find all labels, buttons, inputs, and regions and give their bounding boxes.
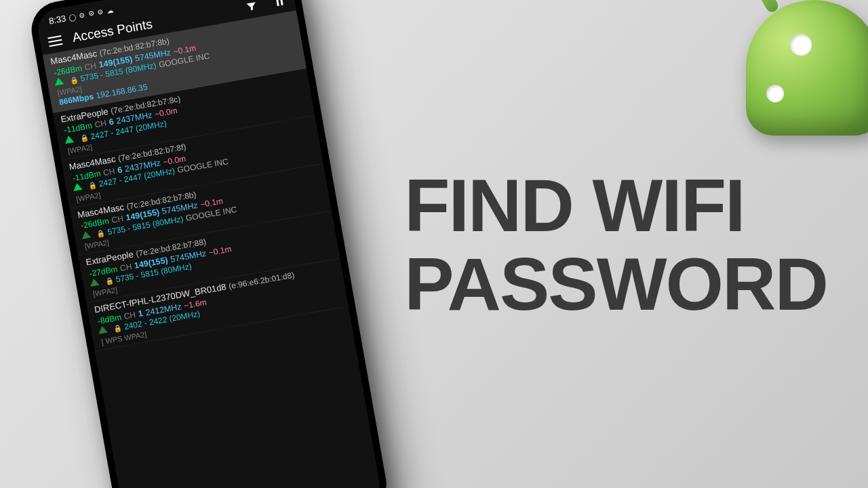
wifi-signal-icon [64, 135, 75, 144]
access-points-list[interactable]: Masc4Masc (7c:2e:bd:82:b7:8b)-26dBm CH 1… [43, 10, 349, 351]
filter-icon[interactable] [243, 0, 259, 14]
headline-line2: PASSWORD [404, 244, 827, 323]
headline-text: FIND WIFI PASSWORD [404, 166, 827, 323]
wifi-signal-icon [89, 278, 100, 287]
wifi-signal-icon [98, 325, 108, 334]
phone-screen: 8:33 ◯ ⚙ ⚙ ⚙ ☁ ⚙ ✱ ▾ ▮ Access Points Mas… [35, 0, 383, 488]
headline-line1: FIND WIFI [404, 166, 827, 245]
wifi-signal-icon [81, 230, 92, 239]
wifi-signal-icon [72, 182, 83, 191]
ap-channel: 1 [138, 308, 144, 319]
wifi-signal-icon [54, 77, 64, 85]
ap-channel: 6 [108, 117, 115, 128]
pause-icon[interactable] [272, 0, 288, 9]
phone-frame: 8:33 ◯ ⚙ ⚙ ⚙ ☁ ⚙ ✱ ▾ ▮ Access Points Mas… [27, 0, 391, 488]
hamburger-icon[interactable] [47, 35, 62, 47]
android-mascot [719, 0, 868, 149]
ap-channel: 6 [117, 164, 123, 176]
status-time: 8:33 [48, 13, 67, 26]
